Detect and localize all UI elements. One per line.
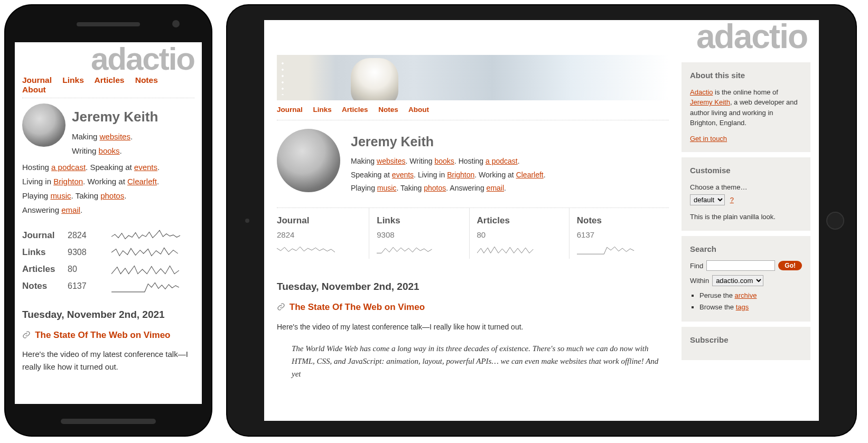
post-title[interactable]: The State Of The Web on Vimeo [290,302,425,312]
about-link-jeremy[interactable]: Jeremy Keith [690,98,730,106]
bio-link-websites[interactable]: websites [100,132,130,141]
stat-journal[interactable]: Journal 2824 [22,229,194,242]
stat-links[interactable]: Links 9308 [369,208,469,259]
stat-label: Links [377,215,461,226]
bio-link-email[interactable]: email [487,184,504,192]
stat-notes[interactable]: Notes 6137 [22,279,194,293]
about-link-adactio[interactable]: Adactio [690,88,713,96]
nav-about[interactable]: About [408,106,429,114]
stats-block: Journal 2824 Links 9308 Articles 80 [277,208,669,259]
post-heading[interactable]: The State Of The Web on Vimeo [22,330,194,341]
theme-help-link[interactable]: ? [730,196,734,204]
stat-articles[interactable]: Articles 80 [22,262,194,276]
tags-link[interactable]: tags [736,303,749,311]
search-go-button[interactable]: Go! [778,261,802,270]
stat-links[interactable]: Links 9308 [22,246,194,259]
bio-link-events[interactable]: events [134,163,157,172]
sparkline-icon [97,229,194,242]
bio-link-books[interactable]: books [434,157,454,165]
search-heading: Search [690,243,802,256]
post-heading[interactable]: The State Of The Web on Vimeo [277,302,669,313]
primary-nav: Journal Links Articles Notes About [277,100,669,120]
header-banner [277,55,669,100]
bio-link-podcast[interactable]: a podcast [486,157,518,165]
li-text: Peruse the [699,291,735,299]
find-label: Find [690,261,703,271]
stat-value: 80 [477,230,562,239]
post-excerpt: Here's the video of my latest conference… [277,321,669,333]
customise-heading: Customise [690,165,802,177]
primary-nav: Journal Links Articles Notes About [22,76,194,98]
bio-link-photos[interactable]: photos [100,191,124,200]
nav-about[interactable]: About [22,85,46,94]
nav-notes[interactable]: Notes [135,76,158,84]
stat-notes[interactable]: Notes 6137 [569,208,669,259]
bio-text: Answering [22,205,61,214]
bio-link-clearleft[interactable]: Clearleft [127,177,157,186]
author-bio-cont: Hosting a podcast. Speaking at events. L… [22,160,194,217]
phone-screen: adactio Journal Links Articles Notes Abo… [15,42,202,404]
bio-text: Working at [87,177,127,186]
bio-link-brighton[interactable]: Brighton [53,177,83,186]
nav-journal[interactable]: Journal [22,76,52,84]
about-text: is the online home of [713,88,778,96]
bio-text: Writing [72,146,99,155]
bio-text: Writing [409,157,434,165]
tablet-screen: adactio Journal Links Articles Notes Abo… [264,20,819,421]
stat-value: 9308 [68,248,97,257]
about-box: About this site Adactio is the online ho… [682,62,810,152]
subscribe-heading: Subscribe [690,334,802,346]
site-logo[interactable]: adactio [22,45,194,72]
theme-label: Choose a theme… [690,182,802,193]
bio-link-brighton[interactable]: Brighton [447,171,474,179]
nav-links[interactable]: Links [62,76,83,84]
bio-link-email[interactable]: email [61,205,80,214]
bio-text: Taking [76,191,101,200]
tablet-device-frame: adactio Journal Links Articles Notes Abo… [227,5,856,436]
post-title[interactable]: The State Of The Web on Vimeo [35,330,170,340]
bio-link-books[interactable]: books [99,146,120,155]
bio-text: Speaking at [90,163,134,172]
stat-value: 9308 [377,230,461,239]
search-input[interactable] [706,260,775,271]
stat-journal[interactable]: Journal 2824 [277,208,369,259]
author-bio: Making websites. Writing books. [72,129,158,158]
bio-link-events[interactable]: events [392,171,414,179]
within-label: Within [690,276,709,286]
bio-text: Playing [351,184,377,192]
permalink-icon [277,303,285,311]
nav-articles[interactable]: Articles [342,106,368,114]
site-logo[interactable]: adactio [264,20,819,55]
theme-select[interactable]: default [690,194,725,205]
bio-link-clearleft[interactable]: Clearleft [516,171,544,179]
nav-journal[interactable]: Journal [277,106,303,114]
avatar [22,103,66,147]
stat-value: 2824 [277,230,361,239]
bio-link-music[interactable]: music [50,191,71,200]
sparkline-icon [97,246,194,259]
bio-text: Hosting [459,157,486,165]
bio-text: Taking [400,184,424,192]
stat-articles[interactable]: Articles 80 [469,208,569,259]
post-excerpt: Here's the video of my latest conference… [22,348,194,373]
bio-link-websites[interactable]: websites [377,157,405,165]
permalink-icon [22,331,31,339]
stat-label: Articles [22,264,68,275]
theme-desc: This is the plain vanilla look. [690,212,802,222]
nav-articles[interactable]: Articles [95,76,125,84]
sparkline-icon [477,243,535,255]
bio-link-podcast[interactable]: a podcast [51,163,86,172]
bio-link-music[interactable]: music [377,184,397,192]
sidebar: About this site Adactio is the online ho… [682,55,819,414]
phone-home-bar [61,419,156,424]
search-box: Search Find Go! Within adactio.com Perus… [682,236,810,322]
bio-link-photos[interactable]: photos [424,184,446,192]
banner-dots-icon [280,60,285,95]
nav-notes[interactable]: Notes [378,106,398,114]
archive-link[interactable]: archive [735,291,757,299]
nav-links[interactable]: Links [313,106,332,114]
contact-link[interactable]: Get in touch [690,135,727,143]
bio-text: Playing [22,191,50,200]
author-name: Jeremy Keith [351,134,669,149]
within-select[interactable]: adactio.com [712,275,763,286]
